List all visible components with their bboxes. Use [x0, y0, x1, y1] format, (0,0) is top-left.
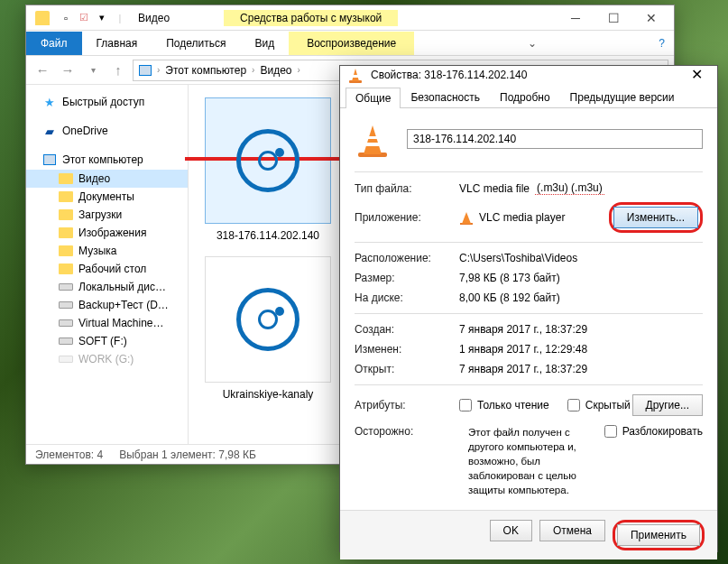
- sidebar-quick-access[interactable]: ★Быстрый доступ: [26, 92, 188, 112]
- quick-access-toolbar: ▫ ☑ ▾ |: [30, 11, 127, 25]
- maximize-button[interactable]: ☐: [594, 6, 632, 30]
- label-size: Размер:: [355, 272, 459, 284]
- row-ondisk: На диске:8,00 КБ (8 192 байт): [355, 291, 703, 304]
- sidebar-label: Virtual Machine…: [78, 317, 164, 329]
- minimize-button[interactable]: ─: [557, 6, 594, 30]
- ribbon-help-icon[interactable]: ?: [650, 37, 674, 50]
- qat-dropdown-icon[interactable]: ▾: [95, 11, 109, 25]
- sidebar-label: Видео: [78, 172, 110, 185]
- row-opened: Открыт:7 января 2017 г., 18:37:29: [355, 363, 703, 375]
- music-tools-badge: Средства работы с музыкой: [224, 10, 398, 26]
- qat-check-icon[interactable]: ☑: [77, 11, 91, 25]
- readonly-input[interactable]: [459, 399, 472, 411]
- label-created: Создан:: [355, 323, 459, 336]
- apply-button[interactable]: Применить: [617, 524, 700, 546]
- ribbon-expand-icon[interactable]: ⌄: [519, 37, 546, 50]
- close-button[interactable]: ✕: [684, 66, 710, 83]
- titlebar: ▫ ☑ ▾ | Видео Средства работы с музыкой …: [26, 5, 674, 31]
- folder-icon: [35, 11, 50, 25]
- sidebar-desktop[interactable]: Рабочий стол: [26, 260, 188, 278]
- ribbon-tab-file[interactable]: Файл: [26, 32, 82, 55]
- nav-recent-button[interactable]: ▾: [82, 60, 104, 81]
- tab-previous[interactable]: Предыдущие версии: [560, 87, 685, 107]
- sidebar-vm[interactable]: Virtual Machine…: [26, 314, 188, 332]
- window-controls: ─ ☐ ✕: [557, 6, 670, 30]
- disk-icon: [59, 356, 73, 363]
- value-modified: 1 января 2017 г., 12:29:48: [459, 343, 703, 356]
- file-item-selected[interactable]: 318-176.114.202.140: [196, 97, 340, 242]
- sidebar-label: Быстрый доступ: [62, 96, 144, 108]
- qat-sep: |: [113, 11, 127, 25]
- disk-icon: [59, 319, 73, 327]
- label-application: Приложение:: [355, 211, 459, 224]
- row-warning: Осторожно: Этот файл получен с другого к…: [355, 425, 703, 497]
- sidebar-music[interactable]: Музыка: [26, 242, 188, 260]
- ribbon-tab-view[interactable]: Вид: [240, 32, 289, 55]
- hidden-input[interactable]: [567, 399, 580, 411]
- sidebar: ★Быстрый доступ ▰OneDrive Этот компьютер…: [26, 85, 189, 444]
- nav-fwd-button[interactable]: →: [57, 60, 78, 81]
- sidebar-label: Загрузки: [78, 208, 122, 221]
- crumb-folder[interactable]: Видео: [260, 64, 291, 77]
- label-modified: Изменен:: [355, 343, 459, 356]
- value-attributes: Только чтение Скрытый: [459, 399, 632, 411]
- row-created: Создан:7 января 2017 г., 18:37:29: [355, 323, 703, 336]
- close-button[interactable]: ✕: [632, 6, 670, 30]
- vlc-cone-icon: [459, 210, 474, 225]
- sidebar-local-disk[interactable]: Локальный дис…: [26, 278, 188, 296]
- cancel-button[interactable]: Отмена: [539, 520, 605, 541]
- disk-icon: [59, 337, 73, 345]
- sidebar-backup[interactable]: Backup+Тест (D…: [26, 296, 188, 314]
- value-application: VLC media player: [459, 210, 609, 225]
- file-item[interactable]: Ukrainskiye-kanaly: [196, 256, 340, 401]
- sidebar-this-pc[interactable]: Этот компьютер: [26, 150, 188, 170]
- sidebar-label: WORK (G:): [78, 353, 134, 365]
- ribbon-tab-home[interactable]: Главная: [82, 32, 152, 55]
- separator: [355, 313, 703, 314]
- warning-text: Этот файл получен с другого компьютера и…: [468, 425, 595, 497]
- sidebar-documents[interactable]: Документы: [26, 188, 188, 206]
- readonly-checkbox[interactable]: Только чтение: [459, 399, 549, 411]
- sidebar-video[interactable]: Видео: [26, 170, 188, 188]
- ok-button[interactable]: OK: [490, 520, 532, 541]
- sidebar-label: Изображения: [78, 227, 146, 239]
- ribbon-tab-playback[interactable]: Воспроизведение: [289, 32, 414, 55]
- tab-security[interactable]: Безопасность: [401, 87, 490, 107]
- unblock-checkbox[interactable]: Разблокировать: [604, 425, 703, 438]
- sidebar-label: OneDrive: [62, 125, 108, 137]
- file-thumb: [205, 256, 331, 383]
- ribbon-tab-share[interactable]: Поделиться: [152, 32, 240, 55]
- tabs: Общие Безопасность Подробно Предыдущие в…: [340, 83, 717, 108]
- filename-input[interactable]: [407, 129, 703, 149]
- crumb-pc[interactable]: Этот компьютер: [165, 64, 246, 77]
- hidden-checkbox[interactable]: Скрытый: [567, 399, 631, 411]
- tab-details[interactable]: Подробно: [490, 87, 560, 107]
- media-icon: [236, 288, 299, 351]
- sidebar-work[interactable]: WORK (G:): [26, 350, 188, 368]
- nav-back-button[interactable]: ←: [32, 60, 53, 81]
- status-selection: Выбран 1 элемент: 7,98 КБ: [119, 448, 256, 461]
- value-size: 7,98 КБ (8 173 байт): [459, 272, 703, 284]
- label-filetype: Тип файла:: [355, 182, 459, 195]
- ribbon: Файл Главная Поделиться Вид Воспроизведе…: [26, 31, 674, 56]
- file-name: Ukrainskiye-kanaly: [196, 388, 340, 401]
- label-ondisk: На диске:: [355, 291, 459, 304]
- label-opened: Открыт:: [355, 363, 459, 375]
- other-attrs-button[interactable]: Другие...: [632, 394, 703, 416]
- nav-up-button[interactable]: ↑: [107, 60, 129, 81]
- folder-icon: [59, 245, 73, 256]
- app-name-text: VLC media player: [479, 211, 565, 224]
- unblock-input[interactable]: [604, 425, 617, 438]
- tab-general[interactable]: Общие: [346, 88, 401, 108]
- change-button[interactable]: Изменить...: [613, 207, 698, 228]
- sidebar-soft[interactable]: SOFT (F:): [26, 332, 188, 350]
- unblock-label: Разблокировать: [622, 425, 703, 438]
- sidebar-label: Музыка: [78, 245, 116, 257]
- sidebar-onedrive[interactable]: ▰OneDrive: [26, 121, 188, 141]
- sidebar-images[interactable]: Изображения: [26, 224, 188, 242]
- folder-icon: [59, 227, 73, 238]
- disk-icon: [59, 283, 73, 291]
- annotation-ring-apply: Применить: [613, 520, 705, 550]
- sidebar-downloads[interactable]: Загрузки: [26, 206, 188, 224]
- qat-props-icon[interactable]: ▫: [59, 11, 73, 25]
